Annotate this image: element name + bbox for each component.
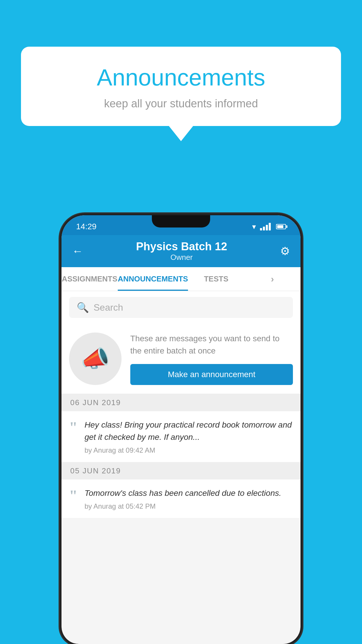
speech-bubble-section: Announcements keep all your students inf… [21,47,341,126]
make-announcement-button[interactable]: Make an announcement [130,364,293,385]
announcement-item-1: " Hey class! Bring your practical record… [61,411,301,462]
search-container: 🔍 Search [61,291,301,324]
prompt-description: These are messages you want to send to t… [130,332,293,357]
search-icon: 🔍 [77,302,89,313]
header-title: Physics Batch 12 [136,240,227,253]
bubble-subtitle: keep all your students informed [44,97,318,110]
search-placeholder: Search [94,302,123,313]
wifi-icon: ▾ [252,222,256,231]
prompt-right: These are messages you want to send to t… [130,332,293,385]
announcement-meta-1: by Anurag at 09:42 AM [85,446,293,454]
speech-bubble: Announcements keep all your students inf… [21,47,341,126]
announcement-prompt: 📣 These are messages you want to send to… [61,324,301,394]
content-area: 🔍 Search 📣 These are messages you want t… [61,291,301,518]
phone-notch [152,215,210,228]
battery-icon [276,224,286,229]
search-bar[interactable]: 🔍 Search [69,297,293,318]
header-center: Physics Batch 12 Owner [136,240,227,262]
megaphone-circle: 📣 [69,332,122,385]
date-separator-2: 05 JUN 2019 [61,462,301,480]
tabs-bar: ASSIGNMENTS ANNOUNCEMENTS TESTS › [61,267,301,291]
announcement-content-2: Tomorrow's class has been cancelled due … [85,487,293,510]
signal-icon [260,223,271,230]
phone-frame: 14:29 ▾ ← Physics Batch [61,215,301,644]
tab-more[interactable]: › [244,267,301,291]
settings-icon[interactable]: ⚙ [280,245,290,258]
header-subtitle: Owner [136,253,227,262]
status-time: 14:29 [76,222,96,231]
tab-assignments[interactable]: ASSIGNMENTS [61,267,118,291]
announcement-meta-2: by Anurag at 05:42 PM [85,502,293,510]
status-icons: ▾ [252,222,286,231]
app-header: ← Physics Batch 12 Owner ⚙ [61,235,301,267]
megaphone-icon: 📣 [81,345,110,372]
bubble-title: Announcements [44,64,318,91]
tab-tests[interactable]: TESTS [188,267,244,291]
phone-screen: 14:29 ▾ ← Physics Batch [61,215,301,644]
date-separator-1: 06 JUN 2019 [61,394,301,411]
quote-icon-1: " [69,420,78,435]
announcement-text-1: Hey class! Bring your practical record b… [85,419,293,443]
quote-icon-2: " [69,488,78,503]
back-button[interactable]: ← [72,245,83,258]
announcement-item-2: " Tomorrow's class has been cancelled du… [61,480,301,518]
tab-announcements[interactable]: ANNOUNCEMENTS [118,267,188,291]
announcement-text-2: Tomorrow's class has been cancelled due … [85,487,293,499]
announcement-content-1: Hey class! Bring your practical record b… [85,419,293,454]
